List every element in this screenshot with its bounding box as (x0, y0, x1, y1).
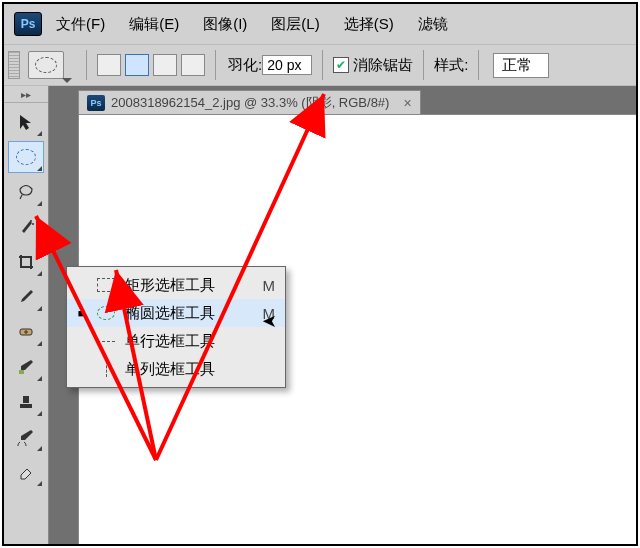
flyout-label: 单列选框工具 (125, 360, 257, 379)
separator (86, 50, 87, 80)
ellipse-marquee-icon (95, 304, 117, 322)
menu-filter[interactable]: 滤镜 (418, 15, 448, 34)
tool-stamp[interactable] (8, 386, 44, 418)
selection-mode-group (97, 54, 205, 76)
menu-layer[interactable]: 图层(L) (271, 15, 319, 34)
tool-wand[interactable] (8, 211, 44, 243)
tool-marquee[interactable] (8, 141, 44, 173)
flyout-item-ellipse[interactable]: ■ 椭圆选框工具 M (67, 299, 285, 327)
single-col-icon (95, 360, 117, 378)
tool-healing[interactable] (8, 316, 44, 348)
flyout-shortcut: M (257, 277, 275, 294)
flyout-label: 单行选框工具 (125, 332, 257, 351)
single-row-icon (95, 332, 117, 350)
tool-history-brush[interactable] (8, 421, 44, 453)
flyout-item-rect[interactable]: 矩形选框工具 M (67, 271, 285, 299)
flyout-label: 椭圆选框工具 (125, 304, 257, 323)
chevron-down-icon[interactable] (62, 78, 72, 83)
svg-point-1 (32, 223, 34, 225)
options-bar-grip[interactable] (8, 51, 20, 79)
separator (423, 50, 424, 80)
flyout-item-row[interactable]: 单行选框工具 (67, 327, 285, 355)
tool-palette: ▸▸ (4, 86, 49, 544)
marquee-flyout: 矩形选框工具 M ■ 椭圆选框工具 M 单行选框工具 单列选框工具 (66, 266, 286, 388)
menu-bar: Ps 文件(F) 编辑(E) 图像(I) 图层(L) 选择(S) 滤镜 (4, 4, 636, 44)
antialias-label: 消除锯齿 (353, 56, 413, 75)
svg-rect-6 (23, 396, 29, 403)
ellipse-marquee-icon (35, 57, 57, 73)
options-bar: 羽化: 20 px ✔ 消除锯齿 样式: 正常 (4, 44, 636, 86)
style-dropdown[interactable]: 正常 (493, 53, 549, 78)
palette-collapse-icon[interactable]: ▸▸ (4, 86, 48, 103)
tool-lasso[interactable] (8, 176, 44, 208)
separator (215, 50, 216, 80)
svg-rect-5 (19, 370, 24, 374)
menu-image[interactable]: 图像(I) (203, 15, 247, 34)
tool-crop[interactable] (8, 246, 44, 278)
style-label: 样式: (434, 56, 468, 75)
separator (478, 50, 479, 80)
svg-rect-7 (20, 404, 32, 408)
selmode-subtract[interactable] (153, 54, 177, 76)
flyout-shortcut: M (257, 305, 275, 322)
feather-input[interactable]: 20 px (262, 55, 312, 75)
selmode-add[interactable] (125, 54, 149, 76)
tool-eyedropper[interactable] (8, 281, 44, 313)
close-icon[interactable]: × (403, 95, 411, 111)
tool-eraser[interactable] (8, 456, 44, 488)
menu-select[interactable]: 选择(S) (344, 15, 394, 34)
separator (322, 50, 323, 80)
antialias-checkbox[interactable]: ✔ (333, 57, 349, 73)
rect-marquee-icon (95, 276, 117, 294)
tool-preset-picker[interactable] (28, 51, 64, 79)
photoshop-logo-icon: Ps (14, 12, 42, 36)
menu-file[interactable]: 文件(F) (56, 15, 105, 34)
active-marker: ■ (75, 307, 87, 319)
feather-label: 羽化: (228, 56, 262, 75)
document-tab[interactable]: Ps 2008318962154_2.jpg @ 33.3% (阴影, RGB/… (78, 90, 421, 115)
selmode-new[interactable] (97, 54, 121, 76)
tool-brush[interactable] (8, 351, 44, 383)
svg-point-0 (30, 220, 32, 222)
photoshop-doc-icon: Ps (87, 95, 105, 111)
menu-edit[interactable]: 编辑(E) (129, 15, 179, 34)
flyout-label: 矩形选框工具 (125, 276, 257, 295)
tool-move[interactable] (8, 106, 44, 138)
selmode-intersect[interactable] (181, 54, 205, 76)
flyout-item-col[interactable]: 单列选框工具 (67, 355, 285, 383)
document-title: 2008318962154_2.jpg @ 33.3% (阴影, RGB/8#) (111, 94, 389, 112)
